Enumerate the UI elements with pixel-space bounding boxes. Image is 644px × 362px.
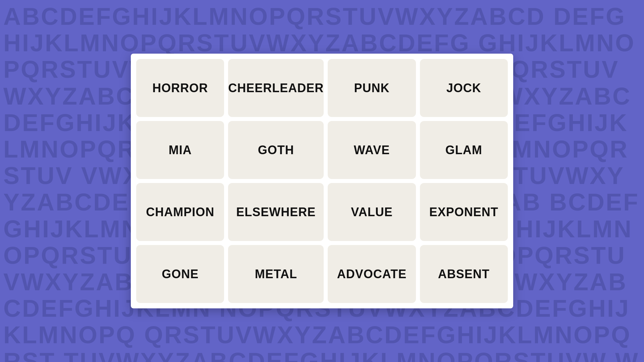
card-label-exponent: EXPONENT — [429, 205, 498, 219]
card-label-champion: CHAMPION — [146, 205, 214, 219]
card-label-mia: MIA — [169, 143, 192, 157]
card-wave[interactable]: WAVE — [328, 121, 416, 179]
card-metal[interactable]: METAL — [228, 245, 324, 303]
card-label-elsewhere: ELSEWHERE — [236, 205, 316, 219]
card-punk[interactable]: PUNK — [328, 59, 416, 117]
card-exponent[interactable]: EXPONENT — [420, 183, 508, 241]
card-label-glam: GLAM — [445, 143, 482, 157]
card-label-cheerleader: CHEERLEADER — [228, 81, 324, 95]
card-label-gone: GONE — [162, 267, 199, 281]
card-label-absent: ABSENT — [438, 267, 490, 281]
card-horror[interactable]: HORROR — [136, 59, 224, 117]
card-label-metal: METAL — [255, 267, 297, 281]
card-goth[interactable]: GOTH — [228, 121, 324, 179]
card-label-goth: GOTH — [258, 143, 294, 157]
card-elsewhere[interactable]: ELSEWHERE — [228, 183, 324, 241]
card-glam[interactable]: GLAM — [420, 121, 508, 179]
card-label-advocate: ADVOCATE — [337, 267, 407, 281]
card-gone[interactable]: GONE — [136, 245, 224, 303]
card-jock[interactable]: JOCK — [420, 59, 508, 117]
card-grid: HORRORCHEERLEADERPUNKJOCKMIAGOTHWAVEGLAM… — [131, 54, 513, 308]
card-mia[interactable]: MIA — [136, 121, 224, 179]
card-label-value: VALUE — [351, 205, 392, 219]
card-champion[interactable]: CHAMPION — [136, 183, 224, 241]
card-label-punk: PUNK — [354, 81, 390, 95]
card-label-horror: HORROR — [152, 81, 208, 95]
card-label-jock: JOCK — [446, 81, 481, 95]
card-absent[interactable]: ABSENT — [420, 245, 508, 303]
card-label-wave: WAVE — [354, 143, 390, 157]
card-value[interactable]: VALUE — [328, 183, 416, 241]
card-cheerleader[interactable]: CHEERLEADER — [228, 59, 324, 117]
card-advocate[interactable]: ADVOCATE — [328, 245, 416, 303]
